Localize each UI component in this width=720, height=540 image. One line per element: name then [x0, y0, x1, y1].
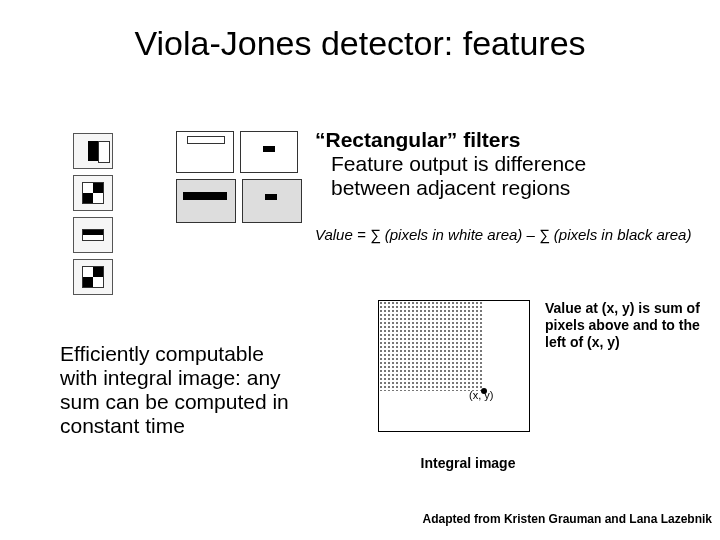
haar-feature-templates [70, 130, 160, 298]
integral-annotation: Value at (x, y) is sum of pixels above a… [545, 300, 715, 350]
rectangular-filters-line2: between adjacent regions [331, 176, 570, 199]
integral-image-text: Efficiently computable with integral ima… [60, 342, 350, 439]
integral-xy-label: (x, y) [469, 389, 493, 401]
value-formula: Value = ∑ (pixels in white area) – ∑ (pi… [315, 226, 715, 243]
rectangular-filters-head: “Rectangular” filters [315, 128, 520, 151]
rectangular-filters-text: “Rectangular” filters Feature output is … [315, 128, 675, 200]
integral-line4: constant time [60, 414, 185, 437]
face-template-b [240, 131, 298, 173]
rectangular-filters-line1: Feature output is difference [331, 152, 586, 175]
haar-four-rect-b [73, 259, 113, 295]
integral-image-figure: (x, y) [378, 300, 558, 460]
haar-four-rect [73, 175, 113, 211]
slide-credit: Adapted from Kristen Grauman and Lana La… [423, 512, 712, 526]
face-template-a [176, 131, 234, 173]
haar-two-rect-vertical [73, 133, 113, 169]
integral-caption: Integral image [378, 455, 558, 471]
haar-face-examples [175, 130, 305, 228]
slide-title: Viola-Jones detector: features [0, 24, 720, 63]
haar-two-rect-horizontal [73, 217, 113, 253]
integral-shaded-region [379, 301, 484, 391]
integral-line1: Efficiently computable [60, 342, 264, 365]
integral-line3: sum can be computed in [60, 390, 289, 413]
face-example-a [176, 179, 236, 223]
face-example-b [242, 179, 302, 223]
integral-line2: with integral image: any [60, 366, 281, 389]
integral-image-box: (x, y) [378, 300, 530, 432]
